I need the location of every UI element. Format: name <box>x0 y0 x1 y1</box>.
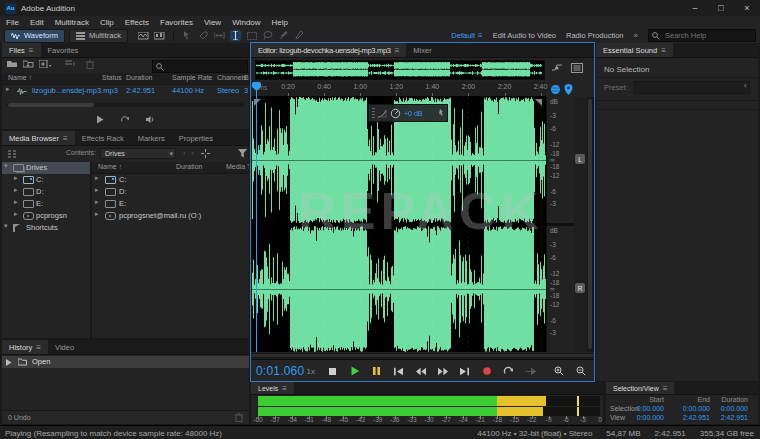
menu-help[interactable]: Help <box>272 18 288 27</box>
media-row-1[interactable]: ▸C: <box>92 174 249 186</box>
preset-dropdown[interactable] <box>634 81 750 94</box>
files-column-header[interactable]: Channels <box>217 74 247 81</box>
workspace-menu-icon[interactable]: ≡ <box>478 31 483 40</box>
move-previous-button[interactable] <box>392 366 405 377</box>
hud-gain-control[interactable]: +0 dB <box>368 104 448 122</box>
panel-menu-icon[interactable]: ≡ <box>29 46 34 55</box>
tab-video[interactable]: Video <box>48 340 81 354</box>
twirl-icon[interactable]: ▸ <box>14 210 18 218</box>
editor-horizontal-scrollbar[interactable] <box>252 353 593 358</box>
files-column-header[interactable]: Sample Rate <box>172 74 212 81</box>
files-horizontal-scrollbar[interactable] <box>6 103 244 107</box>
files-column-header[interactable]: Name ↑ <box>8 74 32 81</box>
tree-item-pcprogsn[interactable]: ▸pcprogsn <box>2 210 90 222</box>
slip-tool-icon[interactable] <box>214 30 225 41</box>
files-search[interactable] <box>152 60 248 73</box>
tab-selection-view[interactable]: Selection/View ≡ <box>606 382 674 394</box>
menu-effects[interactable]: Effects <box>125 18 149 27</box>
twirl-icon[interactable]: ▾ <box>4 162 8 170</box>
selection-duration-value[interactable]: 0:00.000 <box>714 405 748 412</box>
maximize-button[interactable]: □ <box>708 0 734 16</box>
play-button[interactable] <box>348 366 361 377</box>
insert-into-multitrack-button[interactable] <box>65 60 76 68</box>
tab-favorites[interactable]: Favorites <box>41 43 86 57</box>
preview-loop-button[interactable] <box>120 115 130 124</box>
history-entry-open[interactable]: Open <box>2 356 249 368</box>
overview-waveform-canvas[interactable] <box>256 61 542 77</box>
twirl-icon[interactable]: ▸ <box>14 174 18 182</box>
file-name[interactable]: lizogub...ensdej-mp3.mp3 <box>32 86 118 95</box>
view-duration-value[interactable]: 2:42.951 <box>714 414 748 421</box>
media-list-column-header[interactable]: Media Ty <box>226 163 249 170</box>
workspace-overflow-icon[interactable]: » <box>634 31 638 40</box>
time-display[interactable]: 0:01.060 <box>256 364 304 378</box>
history-delete-button[interactable] <box>235 413 243 422</box>
zoom-in-button[interactable] <box>552 366 565 377</box>
tab-essential-sound[interactable]: Essential Sound ≡ <box>596 43 673 57</box>
record-button[interactable] <box>480 366 493 377</box>
level-meter-right[interactable] <box>258 407 600 416</box>
selection-end-value[interactable]: 0:00.000 <box>676 405 710 412</box>
twirl-icon[interactable]: ▸ <box>95 210 99 218</box>
help-search-input[interactable] <box>663 30 747 41</box>
filter-icon[interactable] <box>238 149 247 158</box>
channel-divider[interactable] <box>251 223 547 226</box>
ruler-toggle-icon-1[interactable] <box>550 84 561 95</box>
vertical-scrollbar[interactable] <box>587 97 593 352</box>
loop-playback-button[interactable] <box>502 366 515 377</box>
delete-file-button[interactable] <box>86 60 94 69</box>
brush-tool-icon[interactable] <box>278 30 289 41</box>
open-file-button[interactable] <box>7 60 18 68</box>
razor-tool-icon[interactable] <box>198 30 209 41</box>
preview-play-button[interactable] <box>96 115 104 124</box>
minimize-button[interactable]: – <box>682 0 708 16</box>
tree-view-icon[interactable] <box>7 150 17 159</box>
time-selection-tool-icon[interactable] <box>230 30 241 41</box>
rewind-button[interactable] <box>414 366 427 377</box>
files-search-input[interactable] <box>167 61 233 72</box>
twirl-icon[interactable]: ▸ <box>95 186 99 194</box>
panel-menu-icon[interactable]: ≡ <box>282 384 287 393</box>
menu-window[interactable]: Window <box>232 18 260 27</box>
files-column-header[interactable]: Bi <box>244 74 249 81</box>
channel-badge-left[interactable]: L <box>575 154 585 164</box>
files-column-header[interactable]: Status <box>102 74 122 81</box>
view-start-value[interactable]: 0:00.000 <box>630 414 664 421</box>
media-list-column-header[interactable]: Duration <box>176 163 202 170</box>
spectral-display-icon[interactable] <box>154 30 165 41</box>
waveform-view-button[interactable]: Waveform <box>4 29 65 43</box>
tab-markers[interactable]: Markers <box>131 131 172 145</box>
add-shortcut-button[interactable] <box>201 149 211 158</box>
media-list-column-header[interactable]: Name ↑ <box>98 163 122 170</box>
level-meter-left[interactable] <box>258 396 600 406</box>
stop-button[interactable] <box>326 366 339 377</box>
menu-view[interactable]: View <box>204 18 221 27</box>
overview-menu-icon[interactable] <box>571 63 583 73</box>
selection-start-value[interactable]: 0:00.000 <box>630 405 664 412</box>
twirl-icon[interactable]: ▸ <box>14 198 18 206</box>
tab-history[interactable]: History ≡ <box>2 340 48 354</box>
scrollbar-thumb[interactable] <box>8 103 94 107</box>
pause-button[interactable] <box>370 366 383 377</box>
media-row-4[interactable]: ▸pcprogsnet@mail.ru (O:) <box>92 210 249 222</box>
tab-effects-rack[interactable]: Effects Rack <box>75 131 131 145</box>
menu-edit[interactable]: Edit <box>30 18 44 27</box>
lasso-tool-icon[interactable] <box>262 30 273 41</box>
view-end-value[interactable]: 2:42.951 <box>676 414 710 421</box>
menu-multitrack[interactable]: Multitrack <box>55 18 89 27</box>
waveform-display-icon[interactable] <box>138 30 149 41</box>
workspace-default[interactable]: Default ≡ <box>451 31 482 40</box>
twirl-icon[interactable]: ▸ <box>95 198 99 206</box>
help-search[interactable] <box>648 29 756 42</box>
tree-item-d-[interactable]: ▸D: <box>2 186 90 198</box>
tree-item-drives[interactable]: ▾Drives <box>2 162 90 174</box>
hud-drag-handle[interactable] <box>372 108 375 118</box>
overview-slider-icon[interactable] <box>551 63 563 73</box>
panel-menu-icon[interactable]: ≡ <box>36 343 41 352</box>
tab-editor[interactable]: Editor: lizogub-devochka-uensdej-mp3.mp3… <box>251 43 406 57</box>
import-file-button[interactable] <box>23 60 34 68</box>
overview-strip[interactable] <box>255 60 545 80</box>
tab-media-browser[interactable]: Media Browser ≡ <box>2 131 75 145</box>
twirl-icon[interactable]: ▸ <box>14 186 18 194</box>
panel-menu-icon[interactable]: ≡ <box>661 46 666 55</box>
